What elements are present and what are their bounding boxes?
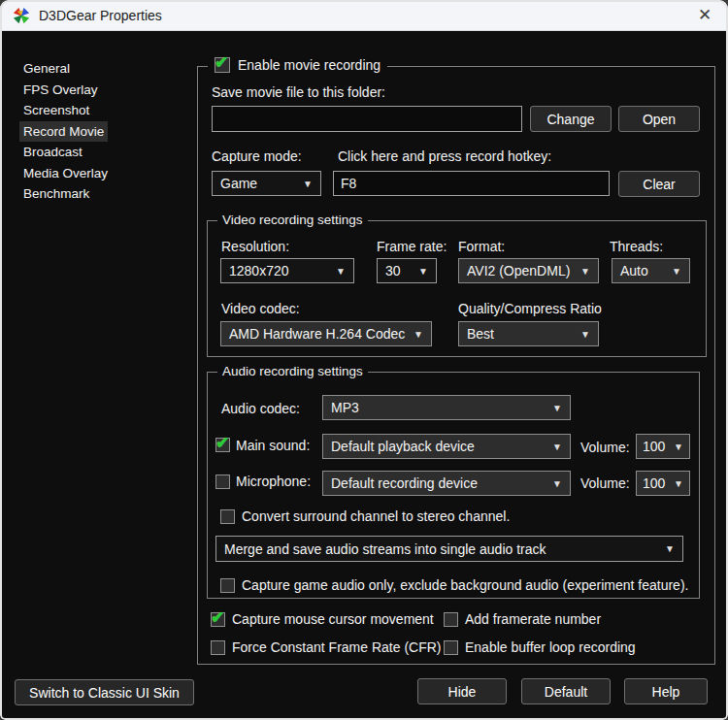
sidebar: General FPS Overlay Screenshot Record Mo… (19, 58, 184, 205)
save-folder-label: Save movie file to this folder: (212, 84, 385, 100)
hotkey-instruction-label: Click here and press record hotkey: (338, 148, 551, 164)
cfr-checkbox[interactable] (211, 640, 225, 655)
capture-cursor-label: Capture mouse cursor movement (232, 611, 434, 627)
mic-volume-dropdown[interactable]: 100▼ (636, 471, 690, 496)
window-title: D3DGear Properties (39, 8, 162, 23)
sidebar-item-record-movie[interactable]: Record Movie (19, 121, 108, 142)
sidebar-item-general[interactable]: General (19, 58, 74, 79)
capture-mode-label: Capture mode: (212, 148, 302, 164)
video-codec-label: Video codec: (221, 301, 300, 316)
chevron-down-icon: ▼ (580, 329, 590, 340)
main-sound-device-dropdown[interactable]: Default playback device▼ (322, 434, 571, 459)
convert-surround-label: Convert surround channel to stereo chann… (242, 508, 510, 524)
chevron-down-icon: ▼ (672, 266, 681, 277)
chevron-down-icon: ▼ (414, 329, 423, 340)
chevron-down-icon: ▼ (674, 478, 683, 489)
buffer-loop-label: Enable buffer loop recording (465, 639, 636, 655)
buffer-loop-checkbox[interactable] (444, 640, 458, 655)
chevron-down-icon: ▼ (336, 266, 346, 277)
titlebar: D3DGear Properties ✕ (0, 0, 728, 31)
chevron-down-icon: ▼ (665, 543, 675, 554)
cfr-label: Force Constant Frame Rate (CFR) (232, 639, 442, 655)
folder-path-input[interactable] (212, 106, 522, 132)
audio-codec-label: Audio codec: (221, 401, 300, 416)
open-button[interactable]: Open (618, 106, 700, 132)
resolution-dropdown[interactable]: 1280x720▼ (220, 258, 354, 283)
resolution-label: Resolution: (221, 239, 289, 254)
d3dgear-properties-window: D3DGear Properties ✕ General FPS Overlay… (0, 0, 728, 720)
capture-mode-dropdown[interactable]: Game▼ (212, 171, 321, 196)
d3dgear-pinwheel-icon (12, 6, 31, 25)
enable-movie-recording-row: Enable movie recording (208, 57, 387, 73)
enable-movie-recording-label: Enable movie recording (238, 57, 381, 73)
format-dropdown[interactable]: AVI2 (OpenDML)▼ (458, 258, 599, 283)
format-label: Format: (458, 239, 505, 254)
quality-label: Quality/Compress Ratio (458, 301, 602, 316)
main-sound-label: Main sound: (236, 438, 310, 453)
sidebar-item-media-overlay[interactable]: Media Overlay (19, 163, 112, 183)
chevron-down-icon: ▼ (552, 478, 562, 489)
close-icon[interactable]: ✕ (691, 3, 718, 28)
help-button[interactable]: Help (624, 678, 708, 704)
microphone-label: Microphone: (236, 474, 311, 489)
switch-classic-skin-button[interactable]: Switch to Classic UI Skin (15, 679, 194, 705)
threads-dropdown[interactable]: Auto▼ (612, 258, 690, 283)
convert-surround-checkbox[interactable] (220, 509, 235, 524)
video-settings-group-title: Video recording settings (217, 213, 368, 227)
quality-dropdown[interactable]: Best▼ (458, 321, 599, 346)
chevron-down-icon: ▼ (552, 442, 562, 452)
add-framerate-label: Add framerate number (465, 611, 601, 627)
merge-audio-dropdown[interactable]: Merge and save audio streams into single… (215, 536, 683, 562)
default-button[interactable]: Default (521, 678, 611, 704)
mic-volume-label: Volume: (580, 475, 630, 491)
sidebar-item-screenshot[interactable]: Screenshot (19, 100, 93, 120)
threads-label: Threads: (610, 239, 663, 254)
microphone-checkbox[interactable] (215, 475, 230, 489)
change-button[interactable]: Change (530, 106, 612, 132)
framerate-label: Frame rate: (377, 239, 447, 254)
chevron-down-icon: ▼ (418, 266, 428, 277)
microphone-device-dropdown[interactable]: Default recording device▼ (322, 471, 571, 496)
audio-codec-dropdown[interactable]: MP3▼ (322, 395, 571, 420)
hide-button[interactable]: Hide (417, 678, 507, 704)
enable-movie-recording-checkbox[interactable] (215, 57, 230, 73)
sidebar-item-benchmark[interactable]: Benchmark (19, 183, 93, 204)
record-hotkey-input[interactable]: F8 (333, 171, 610, 196)
clear-button[interactable]: Clear (618, 171, 700, 197)
capture-game-audio-checkbox[interactable] (220, 578, 235, 593)
framerate-dropdown[interactable]: 30▼ (377, 258, 437, 283)
sidebar-item-fps-overlay[interactable]: FPS Overlay (19, 80, 102, 100)
main-volume-dropdown[interactable]: 100▼ (636, 434, 690, 459)
chevron-down-icon: ▼ (580, 266, 590, 277)
chevron-down-icon: ▼ (303, 179, 313, 189)
chevron-down-icon: ▼ (674, 442, 683, 452)
audio-settings-group-title: Audio recording settings (217, 364, 368, 378)
main-sound-checkbox[interactable] (215, 438, 230, 452)
main-volume-label: Volume: (580, 440, 630, 455)
sidebar-item-broadcast[interactable]: Broadcast (19, 142, 86, 162)
chevron-down-icon: ▼ (552, 403, 562, 413)
add-framerate-checkbox[interactable] (444, 612, 458, 627)
video-codec-dropdown[interactable]: AMD Hardware H.264 Codec▼ (220, 321, 432, 346)
capture-cursor-checkbox[interactable] (211, 612, 225, 627)
capture-game-audio-label: Capture game audio only, exclude backgro… (242, 577, 688, 593)
